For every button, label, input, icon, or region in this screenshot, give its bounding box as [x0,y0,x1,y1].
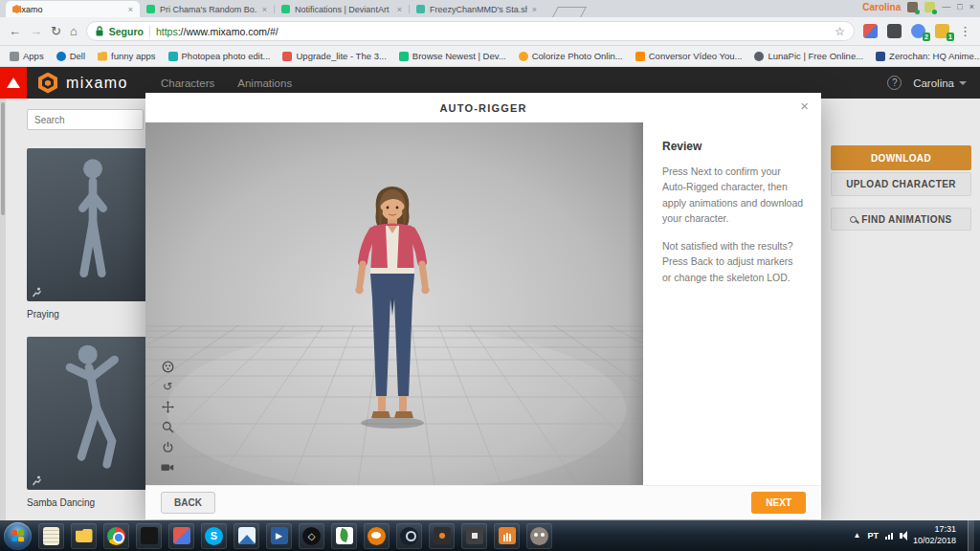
close-icon[interactable]: × [969,3,974,11]
minimize-icon[interactable]: — [942,3,950,11]
viewport-tools: ↺ [161,360,174,474]
site-nav: Characters Animations [161,77,292,89]
taskbar-icon-dark-app-3[interactable] [461,523,487,549]
language-indicator[interactable]: PT [867,531,879,540]
bookmark-lunapic[interactable]: LunaPic | Free Online... [754,51,863,61]
tab-title: Mixamo [12,5,123,14]
taskbar-icon-notepad[interactable] [38,523,64,549]
zoom-icon[interactable] [161,420,174,433]
taskbar-icon-chrome[interactable] [103,523,129,549]
bookmark-zerochan[interactable]: Zerochan: HQ Anime... [876,51,980,61]
maximize-icon[interactable]: □ [957,3,962,11]
conversor-favicon [635,52,645,61]
chevron-down-icon [959,81,967,85]
photopea-favicon [168,52,178,61]
reset-view-icon[interactable]: ↺ [161,380,174,393]
volume-icon[interactable] [900,533,902,539]
taskbar-icon-photo-viewer[interactable] [234,523,259,549]
mannequin-praying [27,148,159,301]
power-icon[interactable] [161,440,174,453]
taskbar-icon-hand-app[interactable] [494,523,520,549]
taskbar-icon-paint[interactable] [168,523,194,549]
viewport-3d[interactable]: ↺ [145,122,643,485]
titlebar-icon-1[interactable] [907,2,918,12]
taskbar-icon-unity[interactable]: ◇ [299,523,324,549]
adobe-logo[interactable] [0,67,27,99]
bookmark-conversor[interactable]: Conversor Vídeo You... [635,51,743,61]
show-desktop-button[interactable] [968,520,974,551]
system-tray: ▲ PT 17:31 10/02/2018 [854,520,976,551]
bookmark-funny-apps[interactable]: funny apps [98,51,155,61]
nav-characters[interactable]: Characters [161,77,214,89]
bookmark-apps[interactable]: Apps [10,51,44,61]
extension-icon-4[interactable]: 1 [935,24,949,38]
scrollbar-thumb[interactable] [1,102,5,215]
sidebar-scrollbar[interactable] [0,99,6,520]
taskbar-icon-dark-app[interactable] [136,523,162,549]
auto-rigger-modal: AUTO-RIGGER × [145,93,821,519]
extension-icon-1[interactable] [863,24,878,38]
help-icon[interactable]: ? [887,76,902,90]
bookmark-browse-newest[interactable]: Browse Newest | Dev... [399,51,506,61]
titlebar-icon-2[interactable] [924,2,935,12]
taskbar-clock[interactable]: 17:31 10/02/2018 [913,524,956,546]
taskbar-icon-media-player[interactable]: ▶ [266,523,292,549]
animation-card-samba[interactable]: Samba Dancing [27,337,159,508]
modal-footer: BACK NEXT [145,485,821,519]
new-tab-button[interactable] [552,7,587,17]
bookmark-upgrade-lite[interactable]: Upgrade_lite - The 3... [282,51,386,61]
network-icon[interactable] [885,533,893,540]
extension-icon-3[interactable]: 2 [911,24,925,38]
bookmark-star-icon[interactable]: ☆ [835,25,845,38]
address-bar[interactable]: Seguro https://www.mixamo.com/#/ ☆ [86,21,855,41]
tab-notifications[interactable]: Notifications | DeviantArt × [275,1,409,17]
back-icon[interactable]: ← [9,25,21,37]
camera-icon[interactable] [161,460,174,474]
tab-mixamo[interactable]: Mixamo × [6,1,140,17]
joints-toggle-icon[interactable] [161,360,174,373]
brand-wordmark[interactable]: mixamo [66,75,128,92]
tab-pri-chama[interactable]: Pri Chama's Random Bo... × [140,1,274,17]
back-button[interactable]: BACK [161,492,215,514]
profile-name[interactable]: Carolina [862,2,901,12]
taskbar-icon-gimp[interactable] [526,523,552,549]
reload-icon[interactable]: ↻ [51,25,61,37]
tab-close-icon[interactable]: × [397,5,402,14]
animation-card-praying[interactable]: Praying [27,148,159,320]
tray-expand-icon[interactable]: ▲ [854,532,861,540]
bookmark-dell[interactable]: Dell [56,51,85,61]
taskbar-icon-dark-app-2[interactable] [429,523,455,549]
browser-menu-icon[interactable]: ⋮ [959,25,971,37]
home-icon[interactable]: ⌂ [70,25,78,37]
taskbar-icon-skype[interactable]: S [201,523,227,549]
taskbar-icon-fern[interactable] [331,523,357,549]
download-button[interactable]: DOWNLOAD [831,145,971,170]
tab-stash[interactable]: FreezyChanMMD's Sta.sh × [410,1,544,17]
tab-close-icon[interactable]: × [128,5,133,14]
animation-thumbnail[interactable] [27,148,159,301]
upload-character-button[interactable]: UPLOAD CHARACTER [831,172,971,196]
next-button[interactable]: NEXT [751,492,806,514]
search-input[interactable] [27,109,144,130]
tab-title: Notifications | DeviantArt [295,5,392,14]
pan-icon[interactable] [161,400,174,413]
tab-close-icon[interactable]: × [532,5,537,14]
clock-date: 10/02/2018 [913,536,956,547]
taskbar-icon-blender[interactable] [364,523,390,549]
bookmark-photopea[interactable]: Photopea photo edit... [168,51,271,61]
taskbar-icon-folder[interactable] [71,523,97,549]
taskbar-icon-steam[interactable] [396,523,422,549]
start-button[interactable] [4,522,32,550]
character-model[interactable] [325,182,459,432]
find-animations-button[interactable]: FIND ANIMATIONS [831,208,971,231]
user-menu[interactable]: Carolina [913,77,967,89]
animation-thumbnail[interactable] [27,337,159,490]
nav-animations[interactable]: Animations [237,77,292,89]
tab-close-icon[interactable]: × [262,5,267,14]
mixamo-logo-icon[interactable] [38,73,57,94]
forward-icon[interactable]: → [30,25,42,37]
url-text[interactable]: https://www.mixamo.com/#/ [156,26,278,37]
bookmark-colorize[interactable]: Colorize Photo Onlin... [519,51,623,61]
extension-icon-2[interactable] [887,24,902,38]
modal-close-icon[interactable]: × [800,99,809,113]
